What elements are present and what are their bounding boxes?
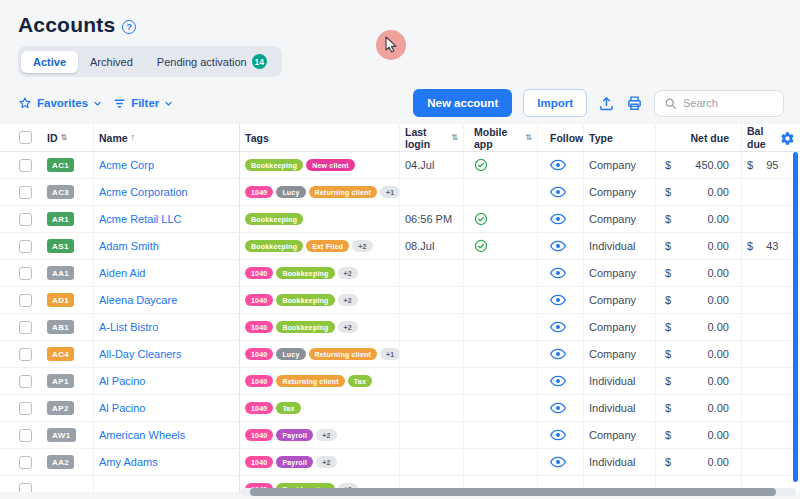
account-name-link[interactable]: Acme Corp: [99, 159, 154, 171]
table-row[interactable]: AD1Aleena Daycare1040Bookkeeping+2Compan…: [0, 287, 800, 314]
column-header-follow[interactable]: Follow: [538, 124, 584, 151]
follow-eye-icon[interactable]: [550, 348, 566, 360]
horizontal-scrollbar[interactable]: [250, 488, 776, 496]
account-name-link[interactable]: Al Pacino: [99, 375, 145, 387]
tab-pending-activation[interactable]: Pending activation 14: [145, 49, 279, 74]
tab-active[interactable]: Active: [21, 51, 78, 73]
account-name-link[interactable]: Acme Retail LLC: [99, 213, 182, 225]
account-id-badge: AB1: [47, 320, 74, 334]
row-checkbox[interactable]: [19, 483, 32, 493]
row-checkbox[interactable]: [19, 375, 32, 388]
table-row[interactable]: AR1Acme Retail LLCBookkeeping06:56 PMCom…: [0, 206, 800, 233]
sort-icon[interactable]: ⇅: [525, 134, 532, 142]
row-checkbox[interactable]: [19, 267, 32, 280]
account-name-link[interactable]: American Wheels: [99, 429, 185, 441]
table-row[interactable]: AC4All-Day Cleaners1040LucyReturning cli…: [0, 341, 800, 368]
follow-eye-icon[interactable]: [550, 429, 566, 441]
net-due-value: $0.00: [665, 321, 729, 333]
account-name-link[interactable]: Al Pacino: [99, 402, 145, 414]
net-due-value: $0.00: [665, 240, 729, 252]
follow-eye-icon[interactable]: [550, 159, 566, 171]
table-row[interactable]: AP2Al Pacino1040TaxIndividual$0.00: [0, 395, 800, 422]
search-input[interactable]: [683, 97, 775, 109]
tab-archived[interactable]: Archived: [78, 51, 145, 73]
tag-overflow-count: +2: [352, 240, 372, 252]
row-checkbox[interactable]: [19, 348, 32, 361]
follow-eye-icon[interactable]: [550, 213, 566, 225]
row-checkbox[interactable]: [19, 240, 32, 253]
account-name-link[interactable]: A-List Bistro: [99, 321, 158, 333]
tag-pill: Bookkeeping: [276, 267, 334, 279]
tag-pill: Returning client: [309, 348, 377, 360]
follow-eye-icon[interactable]: [550, 186, 566, 198]
net-due-value: $0.00: [665, 456, 729, 468]
sort-asc-icon[interactable]: ↑: [131, 133, 136, 142]
column-header-id[interactable]: ID⇅: [42, 124, 94, 151]
column-header-name[interactable]: Name↑: [94, 124, 240, 151]
row-checkbox[interactable]: [19, 321, 32, 334]
tag-pill: Payroll: [276, 429, 313, 441]
account-type-value: Individual: [589, 375, 635, 387]
follow-eye-icon[interactable]: [550, 294, 566, 306]
tag-pill: Bookkeeping: [245, 240, 303, 252]
select-all-checkbox[interactable]: [19, 131, 32, 144]
tab-bar: Active Archived Pending activation 14: [18, 46, 282, 77]
filter-button[interactable]: Filter: [113, 97, 173, 110]
help-icon[interactable]: ?: [122, 20, 136, 34]
account-id-badge: AR1: [47, 212, 74, 226]
search-box[interactable]: [654, 90, 784, 117]
column-header-type[interactable]: Type: [584, 124, 656, 151]
row-checkbox[interactable]: [19, 402, 32, 415]
table-row[interactable]: AB1A-List Bistro1040Bookkeeping+2Company…: [0, 314, 800, 341]
column-header-last-login[interactable]: Last login⇅: [400, 124, 464, 151]
table-row[interactable]: AC3Acme Corporation1040LucyReturning cli…: [0, 179, 800, 206]
column-header-mobile-app[interactable]: Mobile app⇅: [464, 124, 538, 151]
tag-pill: Returning client: [309, 186, 377, 198]
row-checkbox[interactable]: [19, 159, 32, 172]
export-icon[interactable]: [598, 95, 615, 112]
account-name-link[interactable]: Adam Smith: [99, 240, 159, 252]
follow-eye-icon[interactable]: [550, 240, 566, 252]
account-type-value: Company: [589, 429, 636, 441]
account-id-badge: AS1: [47, 239, 74, 253]
import-button[interactable]: Import: [523, 89, 587, 117]
account-name-link[interactable]: Amy Adams: [99, 456, 158, 468]
follow-eye-icon[interactable]: [550, 456, 566, 468]
table-row[interactable]: AW1American Wheels1040Payroll+2Company$0…: [0, 422, 800, 449]
row-checkbox[interactable]: [19, 186, 32, 199]
tag-pill: Lucy: [276, 186, 305, 198]
follow-eye-icon[interactable]: [550, 321, 566, 333]
new-account-button[interactable]: New account: [413, 89, 512, 117]
follow-eye-icon[interactable]: [550, 402, 566, 414]
tag-pill: 1040: [245, 267, 273, 279]
column-settings-gear-icon[interactable]: [780, 131, 795, 146]
table-row[interactable]: AS1Adam SmithBookkeepingExt Filed+208.Ju…: [0, 233, 800, 260]
account-type-value: Company: [589, 294, 636, 306]
sort-icon[interactable]: ⇅: [61, 134, 68, 142]
row-checkbox[interactable]: [19, 294, 32, 307]
print-icon[interactable]: [626, 95, 643, 112]
sort-icon[interactable]: ⇅: [451, 134, 458, 142]
column-header-net-due[interactable]: Net due: [656, 124, 742, 151]
horizontal-scrollbar-track[interactable]: [240, 488, 796, 496]
table-row[interactable]: AA1Aiden Aid1040Bookkeeping+2Company$0.0…: [0, 260, 800, 287]
follow-eye-icon[interactable]: [550, 267, 566, 279]
chevron-down-icon: [93, 99, 102, 108]
row-checkbox[interactable]: [19, 213, 32, 226]
table-row[interactable]: AC1Acme CorpBookkeepingNew client04.JulC…: [0, 152, 800, 179]
row-checkbox[interactable]: [19, 456, 32, 469]
table-header-row: ID⇅ Name↑ Tags Last login⇅ Mobile app⇅ F…: [0, 124, 800, 152]
favorites-button[interactable]: Favorites: [18, 96, 102, 110]
account-name-link[interactable]: Aiden Aid: [99, 267, 145, 279]
account-name-link[interactable]: All-Day Cleaners: [99, 348, 182, 360]
table-row[interactable]: AA2Amy Adams1040Payroll+2Individual$0.00: [0, 449, 800, 476]
follow-eye-icon[interactable]: [550, 375, 566, 387]
account-name-link[interactable]: Acme Corporation: [99, 186, 188, 198]
column-header-tags[interactable]: Tags: [240, 124, 400, 151]
row-checkbox[interactable]: [19, 429, 32, 442]
table-row[interactable]: AP1Al Pacino1040Returning clientTaxIndiv…: [0, 368, 800, 395]
account-name-link[interactable]: Aleena Daycare: [99, 294, 177, 306]
tag-pill: Bookkeeping: [276, 321, 334, 333]
vertical-scrollbar[interactable]: [793, 152, 798, 482]
mobile-app-check-icon: [474, 212, 488, 226]
